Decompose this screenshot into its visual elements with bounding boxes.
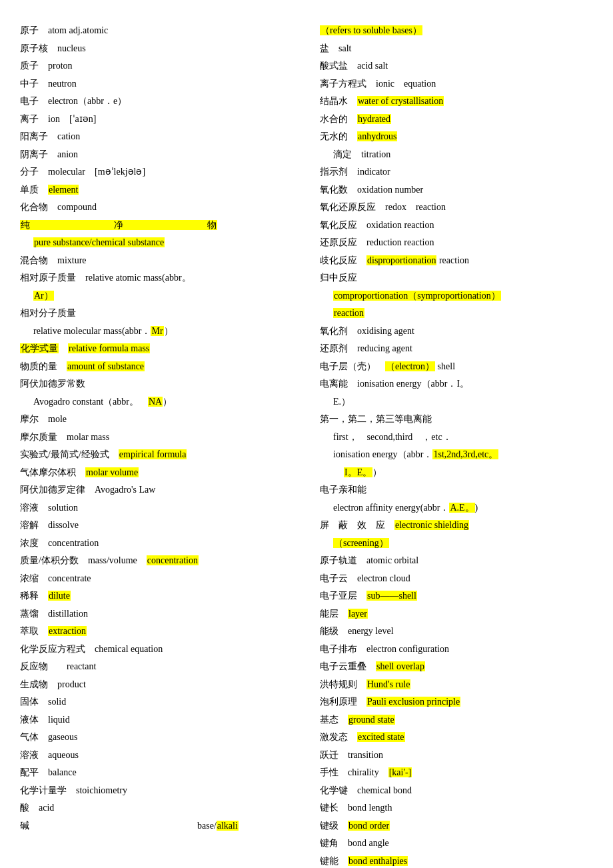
list-item: 原子 atom adj.atomic — [20, 23, 306, 39]
list-item: 阿伏加德罗定律 Avogadro's Law — [20, 482, 306, 499]
left-column: 原子 atom adj.atomic 原子核 nucleus 质子 proton… — [20, 23, 313, 868]
list-item: 电子云重叠 shell overlap — [320, 659, 593, 675]
list-item: 屏 蔽 效 应 electronic shielding — [320, 517, 593, 534]
list-item: 气体 gaseous — [20, 729, 306, 746]
list-item: 生成物 product — [20, 677, 306, 693]
list-item: （screening） — [320, 535, 593, 552]
list-item: 质子 proton — [20, 58, 306, 75]
list-item: 键长 bond length — [320, 800, 593, 817]
list-item: 滴定 titration — [320, 147, 593, 163]
list-item: 浓缩 concentrate — [20, 571, 306, 587]
list-item: 纯 净 物 — [20, 217, 306, 234]
list-item: 无水的 anhydrous — [320, 129, 593, 145]
list-item: 离子方程式 ionic equation — [320, 76, 593, 93]
list-item: 原子核 nucleus — [20, 41, 306, 57]
list-item: 物质的量 amount of substance — [20, 359, 306, 375]
list-item: 稀释 dilute — [20, 588, 306, 605]
list-item: 阿伏加德罗常数 — [20, 376, 306, 393]
list-item: electron affinity energy(abbr．A.E。) — [320, 500, 593, 517]
list-item: 还原剂 reducing agent — [320, 341, 593, 357]
list-item: 能级 energy level — [320, 623, 593, 640]
list-item: 中子 neutron — [20, 76, 306, 93]
list-item: 手性 chirality [kai'-] — [320, 765, 593, 781]
list-item: 分子 molecular [məˈlekjələ] — [20, 164, 306, 181]
list-item: 键级 bond order — [320, 818, 593, 835]
list-item: 混合物 mixture — [20, 253, 306, 269]
list-item: 阴离子 anion — [20, 147, 306, 163]
list-item: 固体 solid — [20, 694, 306, 711]
list-item: 第一，第二，第三等电离能 — [320, 411, 593, 428]
list-item: 阳离子 cation — [20, 129, 306, 145]
list-item: 基态 ground state — [320, 712, 593, 729]
list-item: 液体 liquid — [20, 712, 306, 729]
list-item: 电子排布 electron configuration — [320, 641, 593, 658]
list-item: 酸式盐 acid salt — [320, 58, 593, 75]
list-item: 氧化还原反应 redox reaction — [320, 199, 593, 216]
list-item: 摩尔质量 molar mass — [20, 429, 306, 446]
right-column: （refers to soluble bases） 盐 salt 酸式盐 aci… — [313, 23, 593, 868]
list-item: 气体摩尔体积 molar volume — [20, 465, 306, 481]
list-item: 相对分子质量 — [20, 305, 306, 322]
list-item: first， second,third ，etc． — [320, 429, 593, 446]
list-item: 氧化剂 oxidising agent — [320, 323, 593, 340]
list-item: 酸 acid — [20, 800, 306, 817]
list-item: relative molecular mass(abbr．Mr） — [20, 323, 306, 340]
list-item: 电子亚层 sub——shell — [320, 588, 593, 605]
list-item: pure substance/chemical substance — [20, 235, 306, 251]
list-item: 能层 layer — [320, 606, 593, 623]
list-item: 泡利原理 Pauli exclusion principle — [320, 694, 593, 711]
list-item: 摩尔 mole — [20, 411, 306, 428]
list-item: 化学反应方程式 chemical equation — [20, 641, 306, 658]
list-item: 碱 base/alkali — [20, 818, 306, 835]
list-item: 反应物 reactant — [20, 659, 306, 675]
list-item: （refers to soluble bases） — [320, 23, 593, 39]
list-item: ionisation energy（abbr．1st,2nd,3rd,etc。 — [320, 447, 593, 463]
list-item: 键能 bond enthalpies — [320, 853, 593, 869]
list-item: 激发态 excited state — [320, 729, 593, 746]
list-item: 化学计量学 stoichiometry — [20, 783, 306, 799]
list-item: 溶解 dissolve — [20, 517, 306, 534]
list-item: 溶液 solution — [20, 500, 306, 517]
list-item: 指示剂 indicator — [320, 164, 593, 181]
list-item: 洪特规则 Hund's rule — [320, 677, 593, 693]
list-item: 电离能 ionisation energy（abbr．I。 — [320, 376, 593, 393]
list-item: 化学式量 relative formula mass — [20, 341, 306, 357]
list-item: 归中反应 — [320, 270, 593, 287]
list-item: comproportionation（symproportionation） — [320, 288, 593, 305]
list-item: 氧化数 oxidation number — [320, 182, 593, 199]
list-item: 跃迁 transition — [320, 747, 593, 764]
list-item: Avogadro constant（abbr。 NA） — [20, 394, 306, 411]
list-item: 浓度 concentration — [20, 535, 306, 552]
list-item: I。E。） — [320, 465, 593, 481]
list-item: 离子 ion [ˈaɪən] — [20, 111, 306, 128]
list-item: 化学键 chemical bond — [320, 783, 593, 799]
list-item: 结晶水 water of crystallisation — [320, 93, 593, 110]
list-item: 键角 bond angle — [320, 835, 593, 852]
list-item: 蒸馏 distillation — [20, 606, 306, 623]
list-item: 还原反应 reduction reaction — [320, 235, 593, 251]
list-item: reaction — [320, 305, 593, 322]
list-item: 质量/体积分数 mass/volume concentration — [20, 553, 306, 569]
list-item: 氧化反应 oxidation reaction — [320, 217, 593, 234]
list-item: 配平 balance — [20, 765, 306, 781]
list-item: 化合物 compound — [20, 199, 306, 216]
list-item: 盐 salt — [320, 41, 593, 57]
list-item: E.） — [320, 394, 593, 411]
list-item: 电子层（壳） （electron） shell — [320, 359, 593, 375]
list-item: 电子云 electron cloud — [320, 571, 593, 587]
list-item: 电子亲和能 — [320, 482, 593, 499]
list-item: Ar） — [20, 288, 306, 305]
list-item: 实验式/最简式/经验式 empirical formula — [20, 447, 306, 463]
list-item: 溶液 aqueous — [20, 747, 306, 764]
list-item: 单质 element — [20, 182, 306, 199]
list-item: 电子 electron（abbr．e） — [20, 93, 306, 110]
list-item: 相对原子质量 relative atomic mass(abbr。 — [20, 270, 306, 287]
list-item: 水合的 hydrated — [320, 111, 593, 128]
list-item: 萃取 extraction — [20, 623, 306, 640]
list-item: 歧化反应 disproportionation reaction — [320, 253, 593, 269]
list-item: 原子轨道 atomic orbital — [320, 553, 593, 569]
